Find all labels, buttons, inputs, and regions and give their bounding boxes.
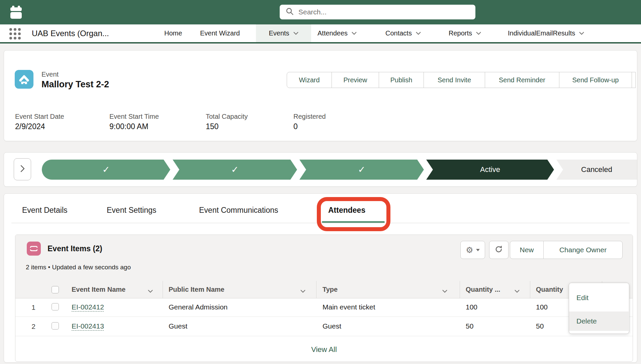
row-actions-menu: Edit Delete [569,283,629,334]
chevron-down-icon[interactable] [476,32,481,35]
send-follow-up-button[interactable]: Send Follow-up [559,72,632,88]
row-number: 2 [27,323,35,331]
column-header-quantity-allocated[interactable]: Quantity ... [466,286,500,293]
search-input[interactable] [298,8,459,16]
path-stage-3-complete[interactable]: ✓ [299,160,424,180]
path-stage-label: Canceled [581,165,612,174]
nav-item-label: Event Wizard [200,29,240,37]
row-checkbox[interactable] [52,322,59,330]
chevron-down-icon[interactable] [416,32,421,35]
column-header-quantity[interactable]: Quantity [536,286,563,293]
tab-event-communications[interactable]: Event Communications [199,206,278,215]
nav-item-label: Home [164,29,182,37]
path-stage-2-complete[interactable]: ✓ [173,160,297,180]
event-item-link[interactable]: EI-002413 [72,322,104,330]
calendar-icon[interactable] [10,5,22,21]
send-reminder-button[interactable]: Send Reminder [485,72,559,88]
chevron-down-icon[interactable] [352,32,357,35]
event-items-related-list: Event Items (2) 2 items • Updated a few … [15,235,633,362]
send-invite-button[interactable]: Send Invite [424,72,485,88]
nav-item-events[interactable]: Events [256,24,311,42]
row-number: 1 [27,303,35,311]
row-checkbox[interactable] [52,303,59,310]
record-entity-label: Event [41,71,59,78]
select-all-checkbox[interactable] [52,286,59,293]
chevron-down-icon[interactable] [293,32,298,35]
field-value: 0 [293,122,298,131]
new-button[interactable]: New [510,241,544,259]
column-header-public-item-name[interactable]: Public Item Name [169,286,224,293]
column-divider[interactable] [316,281,316,298]
change-owner-button[interactable]: Change Owner [543,241,623,259]
app-launcher-icon[interactable] [9,28,21,39]
search-icon [286,7,294,17]
event-record-icon [15,70,33,89]
path-stage-canceled[interactable]: Canceled [556,160,637,180]
wizard-button[interactable]: Wizard [287,72,332,88]
chevron-down-icon[interactable] [579,32,584,35]
path-stage-1-complete[interactable]: ✓ [42,160,170,180]
column-divider[interactable] [460,281,460,298]
view-all-link[interactable]: View All [311,345,337,354]
tab-divider [11,223,630,223]
chevron-down-icon[interactable] [300,288,305,294]
menu-item-delete[interactable]: Delete [569,311,629,331]
column-header-event-item-name[interactable]: Event Item Name [72,286,125,293]
cell-public-item-name: General Admission [169,303,227,311]
column-divider[interactable] [530,281,530,298]
related-list-title[interactable]: Event Items (2) [48,244,102,253]
caret-down-icon [476,249,480,251]
chevron-down-icon[interactable] [515,288,520,294]
cell-type: Main event ticket [323,303,375,311]
refresh-icon [494,245,503,255]
field-value: 2/9/2024 [15,122,45,131]
nav-item-label: Reports [449,29,472,37]
field-value: 150 [206,122,218,131]
view-all-row: View All [15,345,633,354]
path-card: ✓ ✓ ✓ Active Canceled [4,152,637,187]
check-icon: ✓ [231,164,239,175]
cell-public-item-name: Guest [169,322,187,330]
column-divider[interactable] [163,281,163,298]
ticket-icon [27,242,41,256]
app-navigation-bar: UAB Events (Organ... Home Event Wizard E… [0,24,641,43]
tab-event-details[interactable]: Event Details [22,206,68,215]
nav-item-reports[interactable]: Reports [449,24,481,42]
tab-attendees[interactable]: Attendees [328,206,365,215]
nav-item-home[interactable]: Home [164,24,182,42]
chevron-down-icon[interactable] [148,288,153,294]
list-settings-button[interactable]: ⚙ [460,241,485,259]
check-icon: ✓ [102,164,110,175]
cell-quantity-allocated: 50 [466,322,473,330]
check-icon: ✓ [358,164,366,175]
path-stage-active[interactable]: Active [426,160,554,180]
app-name[interactable]: UAB Events (Organ... [32,24,109,42]
refresh-button[interactable] [489,241,509,259]
menu-item-edit[interactable]: Edit [569,291,629,304]
nav-item-label: Attendees [317,29,348,37]
event-item-link[interactable]: EI-002412 [72,303,104,311]
gear-icon: ⚙ [466,246,473,254]
field-label: Event Start Time [109,113,159,120]
chevron-down-icon[interactable] [442,288,447,294]
path-stage-label: Active [480,165,500,174]
preview-button[interactable]: Preview [332,72,379,88]
nav-item-attendees[interactable]: Attendees [317,24,357,42]
nav-item-contacts[interactable]: Contacts [385,24,421,42]
tab-event-settings[interactable]: Event Settings [107,206,156,215]
cell-quantity: 50 [536,322,544,330]
related-list-meta: 2 items • Updated a few seconds ago [26,264,131,271]
global-header [0,0,641,24]
column-header-type[interactable]: Type [323,286,338,293]
nav-item-event-wizard[interactable]: Event Wizard [200,24,240,42]
more-actions-button-cutoff[interactable] [632,72,636,88]
table-row: 2 EI-002413 Guest Guest 50 50 [15,317,633,336]
path-expand-button[interactable] [14,158,31,180]
record-header-card: Event Mallory Test 2-2 Wizard Preview Pu… [4,50,637,141]
publish-button[interactable]: Publish [379,72,424,88]
record-detail-card: Event Details Event Settings Event Commu… [4,193,637,363]
nav-item-label: Events [269,29,289,37]
chevron-right-icon [20,165,25,174]
nav-item-individual-email-results[interactable]: IndividualEmailResults [508,24,584,42]
cell-quantity: 100 [536,303,548,311]
